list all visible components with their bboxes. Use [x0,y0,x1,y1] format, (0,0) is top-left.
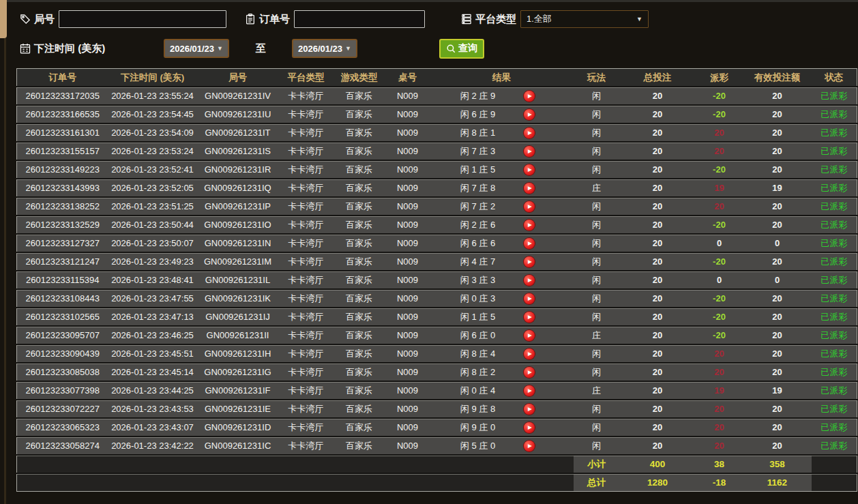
play-video-icon[interactable]: ▶ [524,349,535,359]
platform-cell: 卡卡湾厅 [279,105,334,123]
status-cell: 已派彩 [812,344,857,363]
bet-time-cell: 2026-01-23 23:51:25 [108,197,197,216]
payout-cell: 0 [696,234,743,252]
status-cell: 已派彩 [812,418,857,436]
platform-cell: 卡卡湾厅 [279,142,334,160]
play-video-icon[interactable]: ▶ [524,293,535,304]
payout-cell: 19 [696,179,743,197]
valid-bet-cell: 20 [743,363,812,381]
game-type-cell: 百家乐 [334,418,385,436]
query-button[interactable]: 查询 [439,39,484,59]
total-bet-cell: 20 [620,179,696,197]
payout-cell: 19 [696,381,743,400]
valid-bet-cell: 0 [743,271,812,289]
game-type-cell: 百家乐 [334,344,385,363]
total-bet-cell: 20 [620,142,696,160]
play-video-icon[interactable]: ▶ [524,256,535,267]
bet-time-cell: 2026-01-23 23:49:23 [108,252,197,271]
result-text: 闲 7 庄 3 [432,145,524,158]
payout-cell: -20 [696,308,743,326]
result-text: 闲 8 庄 2 [432,366,524,379]
date-from-button[interactable]: 2026/01/23 ▼ [164,39,229,58]
status-cell: 已派彩 [812,216,857,234]
total-bet-cell: 20 [620,381,696,400]
order-number-input[interactable] [294,10,425,28]
col-round-id: 局号 [197,69,279,87]
valid-bet-cell: 20 [743,87,812,105]
bet-time-cell: 2026-01-23 23:47:13 [108,308,197,326]
play-video-icon[interactable]: ▶ [524,164,535,175]
round-id-cell: GN009261231IC [197,436,279,455]
play-video-icon[interactable]: ▶ [524,330,535,341]
play-video-icon[interactable]: ▶ [524,312,535,323]
platform-cell: 卡卡湾厅 [279,289,334,308]
round-id-cell: GN009261231IN [197,234,279,252]
play-video-icon[interactable]: ▶ [524,201,535,212]
order-id-cell: 260123233143993 [17,179,108,197]
order-id-cell: 260123233166535 [17,105,108,123]
col-valid-bet: 有效投注额 [743,69,812,87]
play-video-icon[interactable]: ▶ [524,91,535,102]
payout-cell: -20 [696,216,743,234]
result-cell: 闲 4 庄 7 ▶ [430,252,574,271]
table-no-cell: N009 [385,179,430,197]
play-video-icon[interactable]: ▶ [524,441,535,451]
play-video-icon[interactable]: ▶ [524,275,535,286]
table-no-cell: N009 [385,400,430,418]
result-text: 闲 7 庄 2 [432,201,524,213]
col-bet-time: 下注时间 (美东) [108,69,197,87]
play-video-icon[interactable]: ▶ [524,109,535,120]
valid-bet-cell: 20 [743,436,812,455]
table-row: 260123233132529 2026-01-23 23:50:44 GN00… [17,216,857,234]
result-cell: 闲 0 庄 4 ▶ [430,381,574,400]
bet-time-cell: 2026-01-23 23:52:05 [108,179,197,197]
col-order-id: 订单号 [17,69,108,87]
play-video-icon[interactable]: ▶ [524,367,535,378]
play-video-icon[interactable]: ▶ [524,422,535,433]
platform-cell: 卡卡湾厅 [279,271,334,289]
total-bet-cell: 20 [620,344,696,363]
play-video-icon[interactable]: ▶ [524,404,535,415]
game-type-cell: 百家乐 [334,381,385,400]
play-video-icon[interactable]: ▶ [524,128,535,138]
valid-bet-cell: 20 [743,418,812,436]
table-row: 260123233108443 2026-01-23 23:47:55 GN00… [17,289,857,308]
chevron-down-icon: ▼ [636,16,642,23]
round-number-input[interactable] [59,10,226,28]
grand-total-row: 总计 1280 -18 1162 [17,473,857,492]
order-id-cell: 260123233085038 [17,363,108,381]
play-video-icon[interactable]: ▶ [524,183,535,194]
table-row: 260123233077398 2026-01-23 23:44:25 GN00… [17,381,857,400]
bet-time-cell: 2026-01-23 23:46:25 [108,326,197,344]
platform-cell: 卡卡湾厅 [279,197,334,216]
platform-cell: 卡卡湾厅 [279,179,334,197]
platform-cell: 卡卡湾厅 [279,160,334,179]
round-id-cell: GN009261231IG [197,363,279,381]
bet-time-cell: 2026-01-23 23:44:25 [108,381,197,400]
col-result: 结果 [430,69,574,87]
total-bet-cell: 20 [620,363,696,381]
play-video-icon[interactable]: ▶ [524,238,535,249]
table-row: 260123233161301 2026-01-23 23:54:09 GN00… [17,123,857,142]
platform-type-select[interactable]: 1.全部 ▼ [520,10,649,28]
status-cell: 已派彩 [812,105,857,123]
table-no-cell: N009 [385,326,430,344]
result-text: 闲 0 庄 3 [432,293,524,305]
platform-cell: 卡卡湾厅 [279,418,334,436]
payout-cell: 20 [696,344,743,363]
result-text: 闲 8 庄 4 [432,348,524,360]
play-video-icon[interactable]: ▶ [524,220,535,231]
status-cell: 已派彩 [812,123,857,142]
round-id-cell: GN009261231IK [197,289,279,308]
table-no-cell: N009 [385,363,430,381]
platform-cell: 卡卡湾厅 [279,381,334,400]
date-to-button[interactable]: 2026/01/23 ▼ [292,39,357,58]
total-bet-cell: 20 [620,160,696,179]
play-video-icon[interactable]: ▶ [524,385,535,396]
result-cell: 闲 5 庄 0 ▶ [430,436,574,455]
play-type-cell: 庄 [574,381,620,400]
play-video-icon[interactable]: ▶ [524,146,535,157]
result-text: 闲 1 庄 5 [432,311,524,323]
table-row: 260123233166535 2026-01-23 23:54:45 GN00… [17,105,857,123]
status-cell: 已派彩 [812,381,857,400]
